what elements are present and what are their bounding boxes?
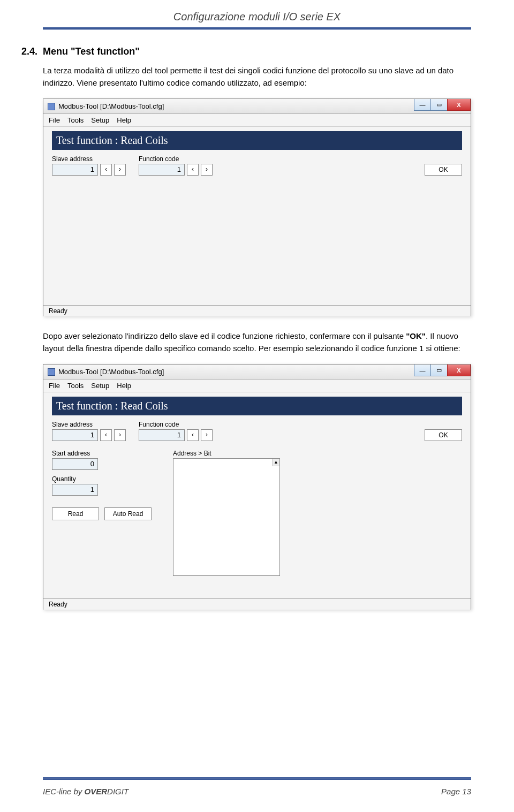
quantity-label: Quantity — [52, 475, 152, 483]
section-number: 2.4. — [21, 46, 43, 57]
menubar: File Tools Setup Help — [43, 114, 471, 127]
slave-address-prev[interactable]: ‹ — [100, 164, 112, 176]
slave-address-input[interactable]: 1 — [52, 429, 98, 441]
minimize-button[interactable]: — — [414, 365, 431, 376]
app-window-2: Modbus-Tool [D:\Modbus-Tool.cfg] — ▭ X F… — [43, 364, 471, 610]
function-code-label: Function code — [139, 155, 213, 163]
auto-read-button[interactable]: Auto Read — [104, 507, 152, 520]
page-number: Page 13 — [441, 787, 471, 796]
app-icon — [48, 368, 55, 376]
quantity-input[interactable]: 1 — [52, 484, 98, 496]
function-code-prev[interactable]: ‹ — [187, 164, 199, 176]
function-code-label: Function code — [139, 421, 213, 428]
menu-setup[interactable]: Setup — [91, 382, 109, 390]
footer-rule — [43, 777, 471, 780]
footer-brand: IEC-line by OVERDIGIT — [43, 787, 128, 796]
close-button[interactable]: X — [447, 99, 471, 111]
paragraph-1: La terza modalità di utilizzo del tool p… — [43, 65, 471, 89]
section-title: Menu "Test function" — [43, 46, 140, 57]
ok-button[interactable]: OK — [425, 164, 462, 176]
menubar: File Tools Setup Help — [43, 380, 471, 392]
slave-address-prev[interactable]: ‹ — [100, 429, 112, 441]
app-window-1: Modbus-Tool [D:\Modbus-Tool.cfg] — ▭ X F… — [43, 98, 471, 316]
read-button[interactable]: Read — [52, 507, 99, 520]
function-code-next[interactable]: › — [201, 429, 213, 441]
status-bar: Ready — [43, 598, 471, 610]
address-bit-label: Address > Bit — [173, 450, 280, 457]
slave-address-label: Slave address — [52, 421, 126, 428]
page-footer: IEC-line by OVERDIGIT Page 13 — [43, 787, 471, 796]
menu-tools[interactable]: Tools — [67, 382, 84, 390]
window-title: Modbus-Tool [D:\Modbus-Tool.cfg] — [58, 102, 164, 110]
function-code-input[interactable]: 1 — [139, 164, 185, 176]
menu-help[interactable]: Help — [117, 116, 131, 124]
titlebar: Modbus-Tool [D:\Modbus-Tool.cfg] — ▭ X — [43, 365, 471, 380]
status-bar: Ready — [43, 305, 471, 316]
menu-file[interactable]: File — [49, 382, 60, 390]
slave-address-label: Slave address — [52, 155, 126, 163]
maximize-button[interactable]: ▭ — [430, 99, 448, 111]
function-code-prev[interactable]: ‹ — [187, 429, 199, 441]
function-banner: Test function : Read Coils — [52, 397, 462, 415]
slave-address-input[interactable]: 1 — [52, 164, 98, 176]
window-title: Modbus-Tool [D:\Modbus-Tool.cfg] — [58, 368, 164, 376]
slave-address-next[interactable]: › — [114, 429, 126, 441]
menu-file[interactable]: File — [49, 116, 60, 124]
app-icon — [48, 103, 55, 110]
scroll-up-icon[interactable]: ▲ — [272, 459, 279, 466]
paragraph-2: Dopo aver selezionato l'indirizzo dello … — [43, 330, 471, 354]
address-bit-list[interactable]: ▲ — [173, 458, 280, 576]
titlebar: Modbus-Tool [D:\Modbus-Tool.cfg] — ▭ X — [43, 99, 471, 114]
menu-tools[interactable]: Tools — [67, 116, 84, 124]
ok-button[interactable]: OK — [425, 429, 462, 441]
maximize-button[interactable]: ▭ — [430, 365, 448, 376]
function-banner: Test function : Read Coils — [52, 131, 462, 150]
function-code-next[interactable]: › — [201, 164, 213, 176]
menu-setup[interactable]: Setup — [91, 116, 109, 124]
menu-help[interactable]: Help — [117, 382, 131, 390]
function-code-input[interactable]: 1 — [139, 429, 185, 441]
start-address-input[interactable]: 0 — [52, 458, 98, 470]
close-button[interactable]: X — [447, 365, 471, 376]
slave-address-next[interactable]: › — [114, 164, 126, 176]
header-rule — [43, 27, 471, 30]
section-heading: 2.4.Menu "Test function" — [21, 46, 471, 57]
start-address-label: Start address — [52, 450, 152, 457]
doc-header-title: Configurazione moduli I/O serie EX — [43, 11, 471, 27]
minimize-button[interactable]: — — [414, 99, 431, 111]
